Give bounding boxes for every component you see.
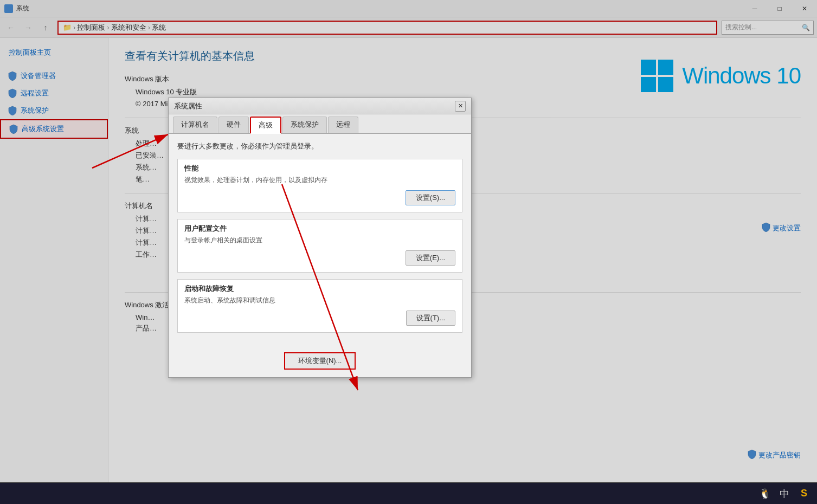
taskbar: 🐧 中 S xyxy=(0,482,817,504)
dialog-title-text: 系统属性 xyxy=(174,101,202,111)
system-properties-dialog: 系统属性 ✕ 计算机名 硬件 高级 系统保护 远程 要进行大多数更改，你必须作为… xyxy=(168,98,472,378)
sidebar-label-advanced-settings: 高级系统设置 xyxy=(22,124,64,134)
breadcrumb-system[interactable]: 系统 xyxy=(152,23,166,33)
startup-recovery-settings-btn-container: 设置(T)... xyxy=(406,311,455,326)
shield-icon-remote xyxy=(8,88,17,98)
dialog-bottom: 环境变量(N)... xyxy=(169,347,471,377)
sidebar-label-remote-settings: 远程设置 xyxy=(21,88,49,98)
maximize-button[interactable]: □ xyxy=(767,0,792,17)
startup-recovery-settings-button[interactable]: 设置(T)... xyxy=(406,311,455,326)
breadcrumb-security[interactable]: 系统和安全 xyxy=(111,23,146,33)
dialog-close-button[interactable]: ✕ xyxy=(455,101,466,112)
sidebar-item-advanced-settings[interactable]: 高级系统设置 xyxy=(0,119,108,139)
performance-section: 性能 视觉效果，处理器计划，内存使用，以及虚拟内存 设置(S)... xyxy=(177,159,462,212)
title-bar-title: 系统 xyxy=(16,4,29,13)
address-bar: ← → ↑ 📁 › 控制面板 › 系统和安全 › 系统 搜索控制... 🔍 xyxy=(0,17,817,38)
address-path[interactable]: 📁 › 控制面板 › 系统和安全 › 系统 xyxy=(57,21,717,35)
sidebar-home[interactable]: 控制面板主页 xyxy=(0,44,108,61)
sidebar-item-system-protection[interactable]: 系统保护 xyxy=(0,102,108,119)
change-settings-link[interactable]: 更改设置 xyxy=(762,222,801,234)
minimize-button[interactable]: ─ xyxy=(742,0,767,17)
taskbar-icon-lang: 中 xyxy=(778,487,791,500)
tab-hardware[interactable]: 硬件 xyxy=(218,117,249,133)
dialog-title-bar: 系统属性 ✕ xyxy=(169,98,471,114)
title-bar: 系统 ─ □ ✕ xyxy=(0,0,817,17)
windows-logo-grid xyxy=(641,60,673,92)
shield-icon-device xyxy=(8,71,17,81)
performance-title: 性能 xyxy=(184,164,455,173)
taskbar-icon-s: S xyxy=(797,487,810,500)
sidebar-item-remote-settings[interactable]: 远程设置 xyxy=(0,85,108,102)
shield-icon-advanced xyxy=(9,124,18,134)
startup-recovery-title: 启动和故障恢复 xyxy=(184,284,455,294)
change-key-link[interactable]: 更改产品密钥 xyxy=(748,449,801,461)
shield-icon-change xyxy=(762,222,770,234)
search-icon: 🔍 xyxy=(802,24,810,31)
shield-icon-key xyxy=(748,449,756,461)
user-profiles-settings-btn-container: 设置(E)... xyxy=(406,250,455,266)
breadcrumb-control-panel[interactable]: 控制面板 xyxy=(77,23,105,33)
tab-computer-name[interactable]: 计算机名 xyxy=(173,117,217,133)
taskbar-icon-penguin: 🐧 xyxy=(758,487,771,500)
performance-settings-button[interactable]: 设置(S)... xyxy=(406,190,455,205)
up-button[interactable]: ↑ xyxy=(38,21,53,35)
title-bar-controls: ─ □ ✕ xyxy=(742,0,817,17)
win-logo-br xyxy=(658,77,673,92)
sidebar-label-device-manager: 设备管理器 xyxy=(21,71,56,81)
tab-advanced[interactable]: 高级 xyxy=(250,117,281,134)
environment-variables-button[interactable]: 环境变量(N)... xyxy=(284,352,356,370)
dialog-content: 要进行大多数更改，你必须作为管理员登录。 性能 视觉效果，处理器计划，内存使用，… xyxy=(169,134,471,347)
user-profiles-desc: 与登录帐户相关的桌面设置 xyxy=(184,236,455,245)
user-profiles-settings-button[interactable]: 设置(E)... xyxy=(406,250,455,266)
dialog-notice: 要进行大多数更改，你必须作为管理员登录。 xyxy=(177,141,462,151)
tab-system-protection[interactable]: 系统保护 xyxy=(282,117,327,133)
windows-logo-area: Windows 10 xyxy=(641,60,801,92)
tab-remote[interactable]: 远程 xyxy=(328,117,358,133)
startup-recovery-section: 启动和故障恢复 系统启动、系统故障和调试信息 设置(T)... xyxy=(177,279,462,333)
close-button[interactable]: ✕ xyxy=(792,0,817,17)
user-profiles-section: 用户配置文件 与登录帐户相关的桌面设置 设置(E)... xyxy=(177,219,462,273)
performance-settings-btn-container: 设置(S)... xyxy=(406,190,455,205)
win-logo-tr xyxy=(658,60,673,75)
change-settings-text: 更改设置 xyxy=(773,223,801,233)
performance-desc: 视觉效果，处理器计划，内存使用，以及虚拟内存 xyxy=(184,176,455,185)
change-key-text: 更改产品密钥 xyxy=(758,450,801,460)
address-folder-icon: 📁 xyxy=(63,23,72,31)
search-placeholder: 搜索控制... xyxy=(725,23,757,32)
shield-icon-protection xyxy=(8,106,17,115)
sidebar-item-device-manager[interactable]: 设备管理器 xyxy=(0,67,108,85)
back-button[interactable]: ← xyxy=(3,21,18,35)
title-bar-icon xyxy=(4,4,13,13)
windows-10-text: Windows 10 xyxy=(682,63,801,89)
forward-button[interactable]: → xyxy=(21,21,36,35)
sidebar: 控制面板主页 设备管理器 远程设置 xyxy=(0,38,108,504)
startup-recovery-desc: 系统启动、系统故障和调试信息 xyxy=(184,296,455,305)
sidebar-label-system-protection: 系统保护 xyxy=(21,106,49,115)
search-box[interactable]: 搜索控制... 🔍 xyxy=(722,21,814,35)
win-logo-bl xyxy=(641,77,656,92)
user-profiles-title: 用户配置文件 xyxy=(184,224,455,234)
tab-bar: 计算机名 硬件 高级 系统保护 远程 xyxy=(169,114,471,134)
win-logo-tl xyxy=(641,60,656,75)
